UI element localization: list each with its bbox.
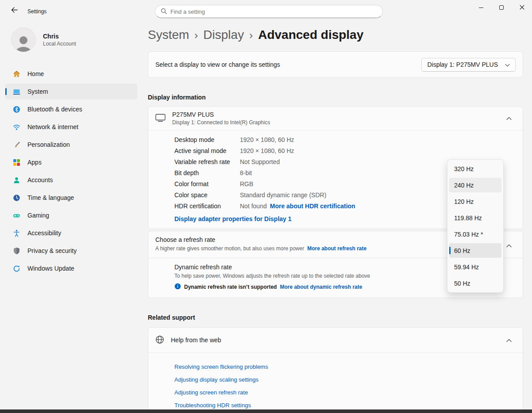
sidebar-nav: Home System Bluetooth & devices Network …	[0, 64, 143, 276]
sidebar-item-privacy-security[interactable]: Privacy & security	[5, 243, 137, 259]
detail-value: 8-bit	[240, 169, 252, 176]
detail-value: Standard dynamic range (SDR)	[240, 191, 326, 199]
monitor-name: P275MV PLUS	[172, 111, 270, 118]
refresh-rate-option[interactable]: 320 Hz	[449, 161, 501, 176]
detail-label: Desktop mode	[174, 136, 240, 143]
help-link-flickering[interactable]: Resolving screen flickering problems	[174, 363, 516, 370]
personalization-icon	[12, 141, 20, 149]
globe-icon	[155, 335, 164, 345]
sidebar-item-gaming[interactable]: Gaming	[5, 207, 137, 223]
profile-account-type: Local Account	[43, 41, 76, 47]
help-link-refresh-rate[interactable]: Adjusting screen refresh rate	[174, 389, 516, 396]
detail-row-active-signal-mode: Active signal mode 1920 × 1080, 60 Hz	[174, 145, 516, 156]
help-from-web-card: Help from the web Resolving screen flick…	[148, 327, 523, 413]
display-information-header: P275MV PLUS Display 1: Connected to Inte…	[148, 107, 523, 130]
help-link-hdr[interactable]: Troubleshooting HDR settings	[174, 402, 516, 409]
refresh-rate-dropdown-flyout: 320 Hz 240 Hz 120 Hz 119.88 Hz 75.03 Hz …	[447, 159, 504, 293]
help-from-web-collapse-button[interactable]	[502, 333, 516, 347]
user-profile[interactable]: Chris Local Account	[11, 27, 76, 52]
minimize-button[interactable]	[471, 0, 491, 15]
display-selector-combobox[interactable]: Display 1: P275MV PLUS	[421, 58, 516, 72]
refresh-rate-option[interactable]: 240 Hz	[449, 178, 501, 192]
sidebar-item-label: Windows Update	[27, 265, 74, 272]
sidebar-item-label: Accounts	[27, 176, 53, 184]
detail-label: Bit depth	[174, 169, 240, 176]
profile-name: Chris	[43, 33, 76, 40]
settings-window: Settings Chris Local Account	[0, 0, 532, 413]
dynamic-refresh-rate-status-text: Dynamic refresh rate isn’t supported	[184, 284, 277, 290]
chevron-up-icon	[506, 115, 512, 122]
back-button[interactable]	[6, 4, 22, 18]
windows-update-icon	[12, 264, 20, 272]
refresh-rate-option[interactable]: 75.03 Hz *	[449, 227, 501, 241]
refresh-rate-subtitle: A higher rate gives smoother motion, but…	[155, 245, 304, 252]
sidebar-item-home[interactable]: Home	[5, 66, 137, 82]
sidebar-item-label: Home	[27, 70, 44, 77]
breadcrumb-system[interactable]: System	[148, 28, 189, 42]
privacy-security-icon	[12, 247, 20, 255]
gaming-icon	[12, 211, 20, 219]
page-title: Advanced display	[258, 28, 363, 42]
chevron-up-icon	[506, 337, 512, 344]
sidebar-item-accounts[interactable]: Accounts	[5, 172, 137, 188]
refresh-rate-collapse-button[interactable]	[502, 239, 516, 252]
more-about-dynamic-refresh-rate-link[interactable]: More about dynamic refresh rate	[280, 284, 362, 290]
bluetooth-icon	[12, 105, 20, 113]
maximize-icon	[499, 5, 504, 10]
display-information-collapse-button[interactable]	[502, 112, 516, 125]
breadcrumb-separator-icon: ›	[194, 28, 198, 42]
related-support-heading: Related support	[148, 314, 523, 321]
titlebar: Settings	[0, 0, 532, 21]
sidebar-item-apps[interactable]: Apps	[5, 154, 137, 170]
help-links: Resolving screen flickering problems Adj…	[148, 352, 523, 413]
sidebar-item-system[interactable]: System	[5, 84, 137, 99]
breadcrumb-separator-icon: ›	[249, 28, 253, 42]
display-adapter-properties-link[interactable]: Display adapter properties for Display 1	[174, 215, 292, 222]
sidebar-item-network-internet[interactable]: Network & internet	[5, 119, 137, 135]
detail-value: 1920 × 1080, 60 Hz	[240, 147, 294, 154]
sidebar-item-label: Apps	[27, 159, 42, 166]
more-about-refresh-rate-link[interactable]: More about refresh rate	[307, 245, 366, 252]
display-information-heading: Display information	[148, 94, 523, 101]
time-language-icon	[12, 194, 20, 202]
help-link-scaling[interactable]: Adjusting display scaling settings	[174, 376, 516, 383]
refresh-rate-option[interactable]: 120 Hz	[449, 194, 501, 209]
search-input[interactable]	[170, 8, 377, 15]
detail-label: Variable refresh rate	[174, 158, 240, 165]
sidebar-item-label: Time & language	[27, 194, 74, 201]
breadcrumb: System › Display › Advanced display	[148, 26, 523, 44]
display-selector-label: Select a display to view or change its s…	[155, 61, 280, 68]
detail-value: Not Supported	[240, 158, 280, 165]
sidebar-item-personalization[interactable]: Personalization	[5, 137, 137, 153]
monitor-subtitle: Display 1: Connected to Intel(R) Graphic…	[172, 119, 270, 126]
sidebar-item-label: System	[27, 88, 48, 95]
close-button[interactable]	[512, 0, 532, 15]
detail-value: Not found	[240, 203, 267, 210]
apps-icon	[12, 158, 20, 166]
maximize-button[interactable]	[491, 0, 512, 15]
chevron-down-icon	[505, 61, 510, 68]
refresh-rate-option[interactable]: 59.94 Hz	[449, 260, 501, 274]
sidebar-item-bluetooth-devices[interactable]: Bluetooth & devices	[5, 101, 137, 117]
breadcrumb-display[interactable]: Display	[203, 28, 244, 42]
avatar	[11, 27, 36, 52]
info-icon	[174, 283, 181, 291]
sidebar-item-accessibility[interactable]: Accessibility	[5, 225, 137, 241]
display-selector-card: Select a display to view or change its s…	[148, 51, 523, 78]
sidebar-item-label: Personalization	[27, 141, 70, 148]
sidebar-item-label: Accessibility	[27, 229, 61, 237]
network-icon	[12, 123, 20, 131]
help-from-web-title: Help from the web	[171, 337, 221, 344]
hdr-certification-link[interactable]: More about HDR certification	[270, 203, 355, 210]
detail-label: Color space	[174, 191, 240, 199]
sidebar-item-windows-update[interactable]: Windows Update	[5, 260, 137, 276]
refresh-rate-option[interactable]: 50 Hz	[449, 276, 501, 291]
refresh-rate-option[interactable]: 119.88 Hz	[449, 210, 501, 225]
sidebar-item-time-language[interactable]: Time & language	[5, 190, 137, 206]
refresh-rate-option-selected[interactable]: 60 Hz	[449, 243, 501, 258]
monitor-icon	[155, 113, 166, 123]
close-icon	[520, 4, 524, 11]
detail-row-desktop-mode: Desktop mode 1920 × 1080, 60 Hz	[174, 134, 516, 145]
home-icon	[12, 70, 20, 78]
sidebar-item-label: Bluetooth & devices	[27, 106, 82, 113]
